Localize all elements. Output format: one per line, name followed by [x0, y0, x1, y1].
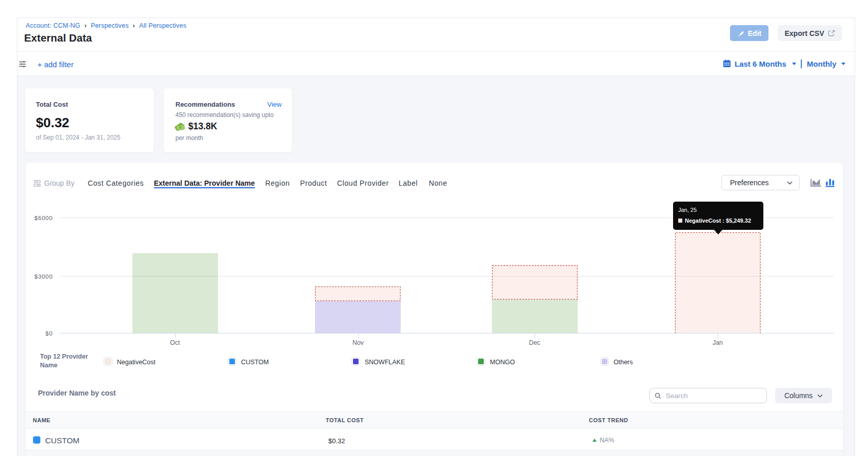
svg-text:Dec: Dec — [529, 339, 540, 346]
svg-text:Oct: Oct — [170, 339, 180, 346]
svg-text:Jan: Jan — [713, 339, 723, 346]
svg-text:$3000: $3000 — [34, 273, 53, 280]
svg-text:$6000: $6000 — [34, 215, 53, 221]
svg-text:Nov: Nov — [352, 339, 364, 346]
svg-text:$0: $0 — [46, 330, 53, 337]
